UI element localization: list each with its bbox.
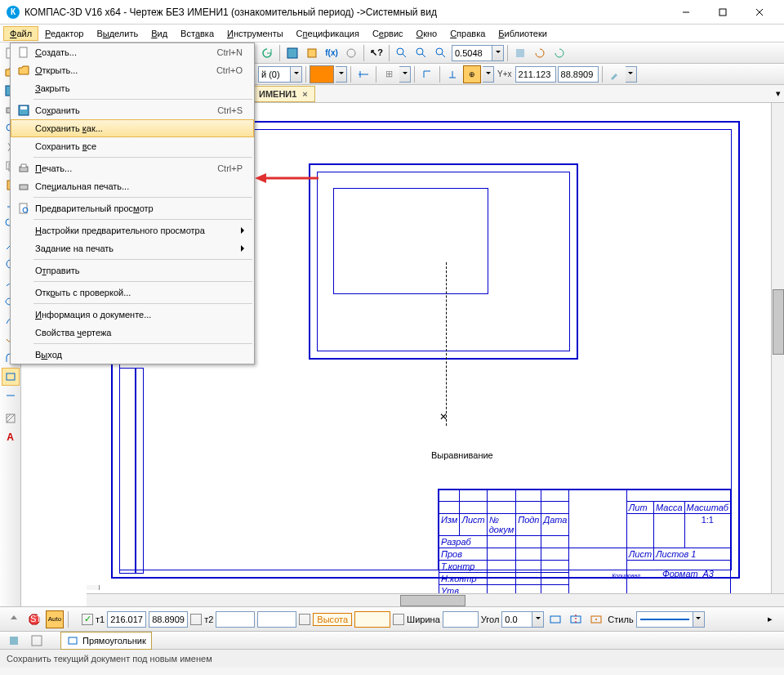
menu-file[interactable]: Файл <box>3 26 38 41</box>
close-button[interactable] <box>741 0 777 24</box>
menu-item-doc-info[interactable]: Информация о документе... <box>11 306 254 324</box>
menu-spec[interactable]: Спецификация <box>290 26 366 41</box>
zoom-input[interactable] <box>452 45 492 61</box>
refresh-icon[interactable] <box>258 44 276 62</box>
menu-item-special-print[interactable]: Специальная печать... <box>11 177 254 195</box>
t2-y-input[interactable] <box>257 611 296 628</box>
menu-item-print[interactable]: Печать...Ctrl+P <box>11 159 254 177</box>
menu-item-open-check[interactable]: Открыть с проверкой... <box>11 284 254 302</box>
maximize-button[interactable] <box>704 0 741 24</box>
zoom-drop-icon[interactable] <box>492 45 504 61</box>
menu-item-save-as[interactable]: Сохранить как... <box>11 119 254 137</box>
menu-view[interactable]: Вид <box>145 26 174 41</box>
redraw-icon[interactable] <box>550 44 568 62</box>
zoom-fit-icon[interactable] <box>412 44 430 62</box>
open-icon <box>16 64 32 77</box>
grid-icon[interactable]: ⊞ <box>380 65 398 83</box>
cursor-help-icon[interactable]: ↖? <box>368 44 385 62</box>
style-combo[interactable] <box>636 611 705 628</box>
svg-rect-49 <box>32 636 42 646</box>
pcenter-icon[interactable] <box>587 610 605 628</box>
menu-item-open[interactable]: Открыть...Ctrl+O <box>11 61 254 79</box>
menu-item-close[interactable]: Закрыть <box>11 79 254 97</box>
status-text: Сохранить текущий документ под новым име… <box>7 654 212 664</box>
menu-editor[interactable]: Редактор <box>38 26 90 41</box>
stop-icon[interactable]: STOP <box>25 610 43 628</box>
scrollbar-vertical[interactable] <box>771 103 784 593</box>
brush-icon[interactable] <box>606 65 624 83</box>
menu-window[interactable]: Окно <box>410 26 444 41</box>
arrow-up-icon[interactable] <box>5 610 23 628</box>
color-button[interactable] <box>310 65 334 83</box>
tool-text-icon[interactable]: А <box>2 428 20 446</box>
fx-icon[interactable]: f(x) <box>323 44 341 62</box>
menu-select[interactable]: Выделить <box>90 26 145 41</box>
width-input[interactable] <box>443 611 479 628</box>
menu-item-preview[interactable]: Предварительный просмотр <box>11 199 254 217</box>
menu-libs[interactable]: Библиотеки <box>492 26 554 41</box>
mode-icon2[interactable] <box>28 632 46 650</box>
calc-icon[interactable] <box>283 44 301 62</box>
tool-dim-icon[interactable] <box>2 387 20 405</box>
brush-drop-icon[interactable] <box>626 66 637 83</box>
menu-item-send[interactable]: Отправить <box>11 262 254 279</box>
angle-drop-icon[interactable] <box>532 611 544 628</box>
style-drop-icon[interactable] <box>693 611 705 628</box>
style-label: Стиль <box>608 615 633 624</box>
ortho-icon[interactable] <box>418 65 436 83</box>
cube-icon[interactable] <box>303 44 321 62</box>
svg-point-7 <box>397 48 403 55</box>
menu-item-preview-settings[interactable]: Настройки предварительного просмотра <box>11 221 254 239</box>
zoom-out-icon[interactable] <box>432 44 450 62</box>
menu-service[interactable]: Сервис <box>366 26 410 41</box>
layer-combo[interactable] <box>258 66 302 83</box>
menu-item-print-job[interactable]: Задание на печать <box>11 239 254 257</box>
coord-x-input[interactable] <box>515 66 556 83</box>
tab-chevron-icon[interactable]: ▾ <box>776 88 781 99</box>
t1-x-input[interactable] <box>107 611 146 628</box>
layer-input[interactable] <box>258 66 291 83</box>
height-input[interactable] <box>354 611 390 628</box>
svg-rect-5 <box>308 49 316 57</box>
mode-icon1[interactable] <box>5 632 23 650</box>
shape-tab[interactable]: Прямоугольник <box>60 632 152 650</box>
tool-hatch-icon[interactable] <box>2 409 20 427</box>
angle-combo[interactable] <box>501 611 544 628</box>
snap-icon[interactable]: ⊕ <box>463 65 481 83</box>
tab-close-icon[interactable]: × <box>300 89 310 99</box>
rotate-icon[interactable] <box>531 44 549 62</box>
auto-icon[interactable]: Auto <box>46 610 64 628</box>
tool-rect-icon[interactable] <box>2 368 20 386</box>
t2-x-input[interactable] <box>216 611 255 628</box>
svg-line-8 <box>403 54 406 57</box>
pan-icon[interactable] <box>511 44 529 62</box>
minimize-button[interactable] <box>667 0 704 24</box>
axis-off-icon[interactable] <box>546 610 564 628</box>
shape-tab-row: Прямоугольник <box>0 632 784 650</box>
layer-drop-icon[interactable] <box>291 66 302 83</box>
color-drop-icon[interactable] <box>336 66 347 83</box>
document-tab[interactable]: ИМЕНИ1 × <box>253 86 315 102</box>
dim-icon[interactable] <box>354 65 372 83</box>
title-block[interactable]: ЛитМассаМасштаб ИзмЛист№ докумПодпДата1:… <box>438 489 732 570</box>
perp-icon[interactable] <box>443 65 461 83</box>
menu-item-save-all[interactable]: Сохранить все <box>11 137 254 155</box>
grid-drop-icon[interactable] <box>399 66 411 83</box>
menu-item-exit[interactable]: Выход <box>11 346 254 364</box>
coord-y-input[interactable] <box>558 66 599 83</box>
snap-drop-icon[interactable] <box>483 66 494 83</box>
menu-item-new[interactable]: Создать...Ctrl+N <box>11 43 254 61</box>
menu-insert[interactable]: Вставка <box>174 26 220 41</box>
scroll-right-icon[interactable]: ▸ <box>761 610 779 628</box>
menu-item-save[interactable]: СохранитьCtrl+S <box>11 101 254 119</box>
scrollbar-horizontal[interactable] <box>87 593 784 606</box>
menu-help[interactable]: Справка <box>443 26 492 41</box>
t1-y-input[interactable] <box>149 611 188 628</box>
axis-on-icon[interactable] <box>567 610 585 628</box>
vars-icon[interactable] <box>342 44 360 62</box>
menu-tools[interactable]: Инструменты <box>220 26 290 41</box>
angle-input[interactable] <box>501 611 532 628</box>
zoom-in-icon[interactable] <box>393 44 411 62</box>
menu-item-drawing-props[interactable]: Свойства чертежа <box>11 324 254 342</box>
zoom-combo[interactable] <box>452 45 504 61</box>
